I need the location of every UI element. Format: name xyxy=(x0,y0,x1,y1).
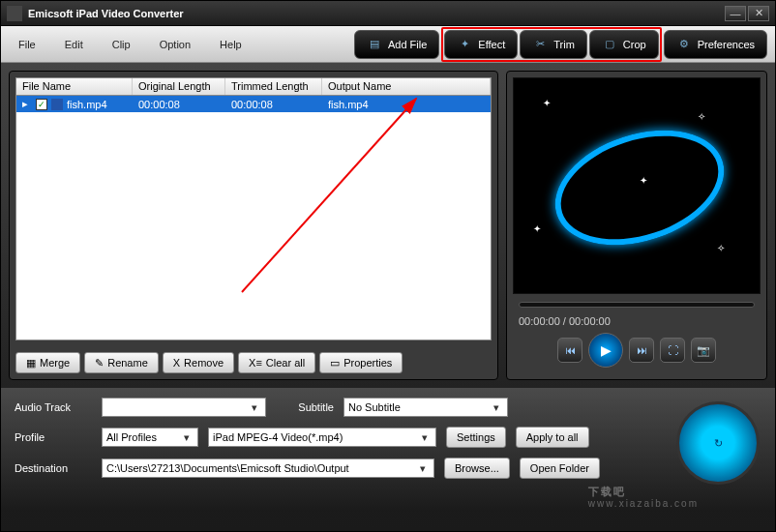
clearall-button[interactable]: X≡Clear all xyxy=(238,352,315,373)
subtitle-select[interactable]: No Subtitle▾ xyxy=(343,398,508,417)
destination-input[interactable]: C:\Users\27213\Documents\Emicsoft Studio… xyxy=(102,458,434,478)
sparkle-icon: ✦ xyxy=(457,37,472,52)
crop-label: Crop xyxy=(623,39,646,50)
remove-button[interactable]: XRemove xyxy=(163,352,234,373)
menubar: File Edit Clip Option Help ▤ Add File ✦ … xyxy=(1,26,775,63)
cell-outname: fish.mp4 xyxy=(322,98,491,111)
preferences-label: Preferences xyxy=(698,39,755,50)
list-buttons: ▦Merge ✎Rename XRemove X≡Clear all ▭Prop… xyxy=(10,346,497,379)
chevron-down-icon: ▾ xyxy=(248,401,261,414)
main-area: File Name Original Length Trimmed Length… xyxy=(1,63,775,388)
prev-button[interactable]: ⏮ xyxy=(557,338,582,363)
gear-icon: ⚙ xyxy=(676,37,692,52)
star-icon: ✧ xyxy=(717,243,725,253)
chevron-down-icon: ▾ xyxy=(418,431,432,444)
preview-pane: ✦ ✧ ✦ ✧ ✦ 00:00:00 / 00:00:00 ⏮ ▶ ⏭ ⛶ 📷 xyxy=(506,71,767,380)
col-outname[interactable]: Output Name xyxy=(322,78,491,95)
bottom-panel: Audio Track ▾ Subtitle No Subtitle▾ Prof… xyxy=(1,388,775,512)
pencil-icon: ✎ xyxy=(95,357,104,369)
table-row[interactable]: ▸ ✓ fish.mp4 00:00:08 00:00:08 fish.mp4 xyxy=(16,96,491,112)
settings-button[interactable]: Settings xyxy=(446,427,506,448)
snapshot-button[interactable]: 📷 xyxy=(691,338,716,363)
crop-button[interactable]: ▢ Crop xyxy=(589,30,659,59)
preferences-button[interactable]: ⚙ Preferences xyxy=(664,30,767,59)
rename-button[interactable]: ✎Rename xyxy=(84,352,159,373)
time-display: 00:00:00 / 00:00:00 xyxy=(513,315,761,327)
app-icon xyxy=(7,6,22,21)
close-button[interactable]: ✕ xyxy=(748,6,769,21)
convert-arrow-icon: ↻ xyxy=(714,437,723,450)
video-preview: ✦ ✧ ✦ ✧ ✦ xyxy=(513,77,761,294)
film-icon: ▤ xyxy=(367,37,382,52)
open-folder-button[interactable]: Open Folder xyxy=(520,458,600,479)
menu-edit[interactable]: Edit xyxy=(51,33,97,56)
trim-button[interactable]: ✂ Trim xyxy=(520,30,587,59)
cell-filename: fish.mp4 xyxy=(67,99,107,110)
menu-file[interactable]: File xyxy=(5,33,49,56)
audio-track-label: Audio Track xyxy=(15,401,92,413)
star-icon: ✧ xyxy=(698,111,705,122)
menu-option[interactable]: Option xyxy=(146,33,204,56)
chevron-down-icon: ▾ xyxy=(180,431,194,444)
menu-help[interactable]: Help xyxy=(206,33,255,56)
minimize-button[interactable]: — xyxy=(725,6,746,21)
play-button[interactable]: ▶ xyxy=(588,333,623,368)
highlight-box: ✦ Effect ✂ Trim ▢ Crop xyxy=(441,27,661,62)
app-title: Emicsoft iPad Video Converter xyxy=(28,8,725,19)
playback-controls: ⏮ ▶ ⏭ ⛶ 📷 xyxy=(513,327,761,373)
star-icon: ✦ xyxy=(543,98,551,108)
subtitle-label: Subtitle xyxy=(276,401,334,413)
effect-button[interactable]: ✦ Effect xyxy=(444,30,518,59)
merge-icon: ▦ xyxy=(26,357,36,369)
table-header: File Name Original Length Trimmed Length… xyxy=(16,78,491,96)
clear-icon: X≡ xyxy=(249,357,262,369)
col-filename[interactable]: File Name xyxy=(16,78,133,95)
file-list-pane: File Name Original Length Trimmed Length… xyxy=(9,71,498,380)
destination-label: Destination xyxy=(15,462,92,474)
properties-button[interactable]: ▭Properties xyxy=(319,352,403,373)
file-table: File Name Original Length Trimmed Length… xyxy=(15,77,492,340)
time-text: 00:00:00 / 00:00:00 xyxy=(519,315,611,327)
browse-button[interactable]: Browse... xyxy=(444,458,510,479)
apply-all-button[interactable]: Apply to all xyxy=(516,427,589,448)
add-file-label: Add File xyxy=(388,39,427,50)
expand-icon[interactable]: ▸ xyxy=(22,98,32,110)
scissors-icon: ✂ xyxy=(532,37,548,52)
seek-slider[interactable] xyxy=(519,302,755,308)
trim-label: Trim xyxy=(553,39,575,50)
chevron-down-icon: ▾ xyxy=(416,462,430,475)
app-window: Emicsoft iPad Video Converter — ✕ File E… xyxy=(0,0,776,532)
star-icon: ✦ xyxy=(640,175,647,186)
audio-track-select[interactable]: ▾ xyxy=(102,398,266,417)
profile-select[interactable]: iPad MPEG-4 Video(*.mp4)▾ xyxy=(208,428,436,447)
col-trimlen[interactable]: Trimmed Length xyxy=(225,78,322,95)
profile-label: Profile xyxy=(15,431,92,443)
effect-label: Effect xyxy=(478,39,505,50)
row-checkbox[interactable]: ✓ xyxy=(36,99,47,110)
video-file-icon xyxy=(51,99,63,110)
merge-button[interactable]: ▦Merge xyxy=(15,352,80,373)
add-file-button[interactable]: ▤ Add File xyxy=(354,30,439,59)
titlebar: Emicsoft iPad Video Converter — ✕ xyxy=(1,1,775,26)
x-icon: X xyxy=(173,357,180,369)
cell-origlen: 00:00:08 xyxy=(133,98,225,111)
next-button[interactable]: ⏭ xyxy=(629,338,654,363)
convert-button[interactable]: ↻ xyxy=(676,401,760,485)
col-origlen[interactable]: Original Length xyxy=(133,78,225,95)
profile-group-select[interactable]: All Profiles▾ xyxy=(102,428,198,447)
chevron-down-icon: ▾ xyxy=(490,401,503,414)
props-icon: ▭ xyxy=(330,357,340,369)
menu-clip[interactable]: Clip xyxy=(99,33,144,56)
crop-icon: ▢ xyxy=(602,37,617,52)
fullscreen-button[interactable]: ⛶ xyxy=(660,338,685,363)
star-icon: ✦ xyxy=(533,223,541,234)
cell-trimlen: 00:00:08 xyxy=(225,98,322,111)
preview-graphic xyxy=(540,110,738,265)
